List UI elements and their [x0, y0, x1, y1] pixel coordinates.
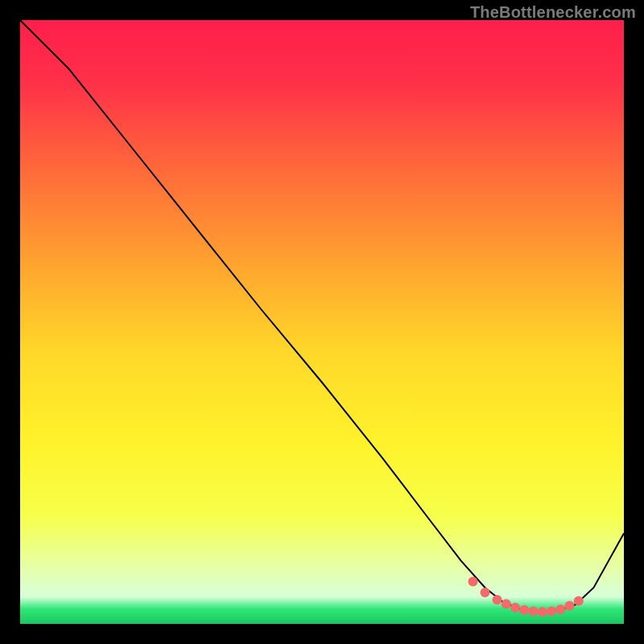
bottleneck-chart	[0, 0, 644, 644]
marker-dot	[547, 606, 556, 616]
marker-dot	[538, 607, 547, 617]
marker-dot	[510, 603, 520, 613]
marker-dot	[519, 605, 529, 615]
marker-dot	[469, 577, 478, 587]
watermark-text: TheBottlenecker.com	[470, 3, 636, 22]
marker-dot	[481, 588, 490, 597]
marker-dot	[565, 601, 575, 611]
chart-stage: TheBottlenecker.com	[0, 0, 644, 644]
marker-dot	[574, 597, 584, 606]
marker-dot	[529, 606, 539, 616]
marker-dot	[555, 605, 565, 614]
marker-dot	[502, 599, 511, 609]
plot-background	[20, 20, 624, 624]
marker-dot	[493, 595, 502, 605]
